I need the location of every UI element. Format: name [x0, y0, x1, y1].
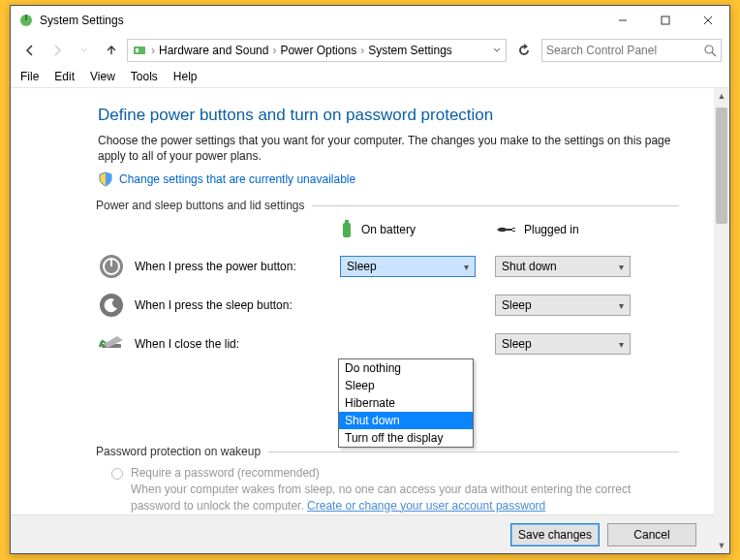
footer: Save changes Cancel [11, 514, 714, 553]
shield-icon [98, 171, 113, 187]
row-lid-label: When I close the lid: [135, 337, 239, 351]
maximize-button[interactable] [644, 7, 687, 35]
vertical-scrollbar[interactable]: ▲ ▼ [714, 88, 729, 553]
battery-icon [340, 220, 354, 239]
row-sleep-label: When I press the sleep button: [135, 298, 293, 312]
menubar: File Edit View Tools Help [11, 66, 729, 87]
radio-require-password-desc: When your computer wakes from sleep, no … [98, 482, 679, 514]
row-power-label: When I press the power button: [135, 260, 296, 273]
chevron-right-icon: › [270, 44, 278, 57]
up-button[interactable] [100, 39, 123, 62]
dropdown-option-sleep[interactable]: Sleep [339, 377, 473, 394]
refresh-button[interactable] [510, 39, 538, 62]
svg-rect-6 [134, 47, 145, 54]
search-icon [704, 45, 717, 57]
col-on-battery: On battery [340, 220, 495, 239]
radio-require-password-label: Require a password (recommended) [131, 466, 320, 480]
col-on-battery-label: On battery [361, 223, 416, 236]
select-lid-ac-value: Sleep [502, 337, 532, 351]
select-sleep-ac[interactable]: Sleep ▾ [495, 295, 631, 316]
system-settings-window: System Settings › Hardware and Sound › P… [10, 5, 730, 554]
page-title: Define power buttons and turn on passwor… [98, 106, 679, 125]
scrollbar-thumb[interactable] [716, 108, 727, 224]
dropdown-option-hibernate[interactable]: Hibernate [339, 394, 473, 412]
scroll-up-button[interactable]: ▲ [714, 88, 729, 104]
section-password-label: Password protection on wakeup [96, 445, 261, 458]
dropdown-option-do-nothing[interactable]: Do nothing [339, 359, 473, 377]
scroll-down-button[interactable]: ▼ [714, 538, 729, 553]
select-power-battery[interactable]: Sleep ▾ [340, 256, 476, 277]
power-battery-dropdown[interactable]: Do nothing Sleep Hibernate Shut down Tur… [338, 358, 474, 448]
change-settings-row: Change settings that are currently unava… [98, 171, 679, 187]
content-area: Define power buttons and turn on passwor… [11, 87, 729, 553]
chevron-down-icon: ▾ [464, 262, 469, 272]
svg-rect-1 [25, 15, 27, 20]
minimize-button[interactable] [601, 7, 644, 35]
col-plugged-in-label: Plugged in [524, 223, 579, 236]
search-input[interactable]: Search Control Panel [541, 39, 722, 62]
breadcrumb-power[interactable]: Power Options [280, 44, 356, 57]
svg-rect-12 [512, 228, 515, 229]
breadcrumb-dropdown-icon[interactable] [492, 46, 502, 55]
content: Define power buttons and turn on passwor… [11, 88, 714, 514]
menu-edit[interactable]: Edit [52, 68, 77, 85]
forward-button[interactable] [46, 39, 69, 62]
select-power-ac[interactable]: Shut down ▾ [495, 256, 631, 277]
chevron-right-icon: › [358, 44, 366, 57]
select-lid-ac[interactable]: Sleep ▾ [495, 333, 631, 355]
window-title: System Settings [40, 14, 124, 27]
search-placeholder: Search Control Panel [546, 44, 657, 57]
nav-row: › Hardware and Sound › Power Options › S… [11, 35, 729, 66]
menu-view[interactable]: View [88, 68, 117, 85]
menu-help[interactable]: Help [171, 68, 200, 85]
svg-rect-3 [662, 16, 669, 24]
app-icon [18, 13, 34, 28]
svg-rect-13 [512, 231, 515, 232]
svg-line-9 [712, 52, 716, 56]
col-plugged-in: Plugged in [495, 220, 650, 239]
row-sleep-button: When I press the sleep button: Sleep ▾ [98, 286, 679, 325]
change-settings-link[interactable]: Change settings that are currently unava… [119, 172, 355, 186]
menu-file[interactable]: File [18, 68, 41, 85]
power-icon [98, 253, 125, 280]
dropdown-option-turn-off-display[interactable]: Turn off the display [339, 429, 473, 447]
select-power-battery-value: Sleep [347, 260, 377, 273]
chevron-down-icon: ▾ [619, 262, 624, 272]
svg-rect-10 [343, 223, 351, 237]
select-sleep-ac-value: Sleep [502, 298, 532, 312]
column-headers: On battery Plugged in [98, 220, 679, 239]
divider [268, 451, 679, 452]
plug-icon [495, 223, 516, 236]
radio-icon [111, 468, 123, 480]
save-changes-button[interactable]: Save changes [510, 523, 600, 546]
section-power-sleep-label: Power and sleep buttons and lid settings [96, 199, 304, 212]
select-power-ac-value: Shut down [502, 260, 557, 273]
sleep-icon [98, 292, 125, 319]
breadcrumb-system-settings[interactable]: System Settings [368, 44, 452, 57]
back-button[interactable] [18, 39, 42, 62]
laptop-lid-icon [98, 330, 125, 358]
page-description: Choose the power settings that you want … [98, 133, 679, 164]
row-power-button: When I press the power button: Sleep ▾ S… [98, 247, 679, 286]
breadcrumb[interactable]: › Hardware and Sound › Power Options › S… [127, 39, 507, 62]
section-power-sleep-header: Power and sleep buttons and lid settings [96, 199, 679, 212]
dropdown-option-shut-down[interactable]: Shut down [339, 412, 473, 429]
svg-rect-11 [345, 220, 349, 223]
titlebar: System Settings [11, 6, 729, 35]
breadcrumb-hardware[interactable]: Hardware and Sound [159, 44, 268, 57]
menu-tools[interactable]: Tools [129, 68, 160, 85]
close-button[interactable] [687, 7, 729, 35]
cancel-button[interactable]: Cancel [607, 523, 696, 546]
control-panel-icon [132, 43, 147, 58]
chevron-right-icon: › [149, 44, 157, 57]
recent-dropdown-button[interactable] [73, 39, 96, 62]
create-password-link[interactable]: Create or change your user account passw… [307, 499, 545, 513]
svg-point-8 [705, 46, 713, 53]
svg-rect-7 [136, 48, 139, 52]
radio-require-password: Require a password (recommended) [111, 466, 679, 480]
chevron-down-icon: ▾ [619, 300, 624, 311]
chevron-down-icon: ▾ [619, 339, 624, 350]
divider [312, 205, 679, 206]
